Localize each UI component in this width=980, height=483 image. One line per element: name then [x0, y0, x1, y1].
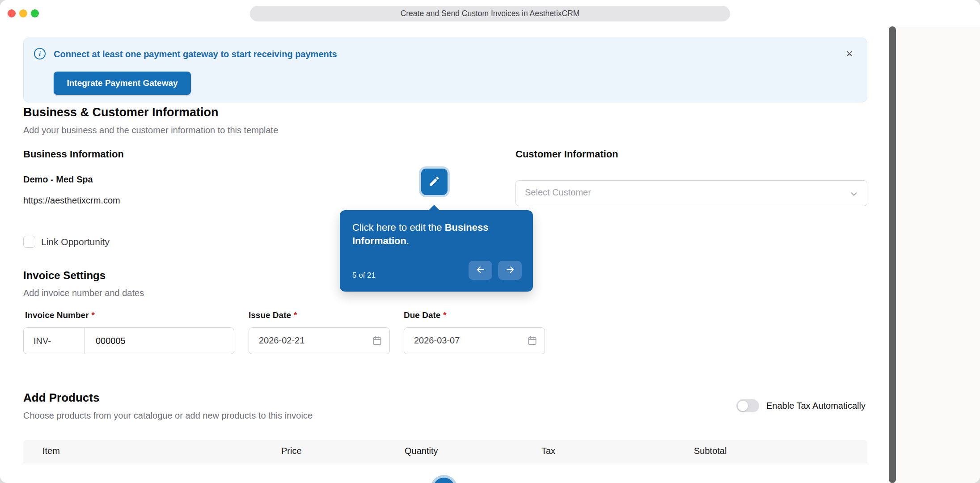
tooltip-step-counter: 5 of 21 [352, 271, 376, 280]
section-title-add-products: Add Products [23, 391, 99, 405]
toggle-knob [738, 401, 748, 411]
invoice-number-input[interactable]: 000005 [85, 328, 234, 354]
chevron-down-icon [849, 189, 859, 201]
issue-date-label: Issue Date* [249, 310, 297, 320]
column-header-tax: Tax [541, 446, 555, 456]
business-website: https://aesthetixcrm.com [23, 195, 120, 206]
invoice-number-label: Invoice Number* [25, 310, 95, 320]
onboarding-tooltip: Click here to edit the Business Informat… [340, 210, 533, 292]
right-gutter [897, 27, 980, 483]
link-opportunity-checkbox[interactable] [23, 236, 35, 248]
column-header-subtotal: Subtotal [694, 446, 727, 456]
business-name: Demo - Med Spa [23, 174, 93, 185]
tooltip-beacon [433, 478, 455, 483]
section-subtitle-add-products: Choose products from your catalogue or a… [23, 411, 313, 421]
close-icon [845, 49, 854, 60]
window-title: Create and Send Custom Invoices in Aesth… [250, 6, 730, 21]
customer-information-heading: Customer Information [515, 148, 618, 160]
business-information-heading: Business Information [23, 148, 124, 160]
calendar-icon[interactable] [527, 335, 537, 347]
due-date-label: Due Date* [404, 310, 447, 320]
select-customer-placeholder: Select Customer [525, 187, 591, 198]
titlebar: Create and Send Custom Invoices in Aesth… [0, 0, 980, 27]
arrow-left-icon [475, 264, 486, 276]
calendar-icon[interactable] [372, 335, 382, 347]
required-marker: * [92, 310, 95, 320]
required-marker: * [443, 310, 446, 320]
column-header-item: Item [42, 446, 60, 456]
section-title-business-customer: Business & Customer Information [23, 106, 219, 119]
link-opportunity-label: Link Opportunity [41, 237, 110, 247]
tooltip-prev-button[interactable] [469, 261, 492, 280]
minimize-window-button[interactable] [19, 9, 27, 17]
tooltip-text: Click here to edit the Business Informat… [352, 221, 523, 248]
invoice-number-field: INV- 000005 [23, 327, 234, 354]
section-subtitle-business-customer: Add your business and the customer infor… [23, 125, 278, 136]
issue-date-value: 2026-02-21 [259, 335, 304, 346]
due-date-input[interactable]: 2026-03-07 [404, 327, 545, 354]
enable-tax-label: Enable Tax Automatically [766, 401, 866, 411]
issue-date-input[interactable]: 2026-02-21 [249, 327, 390, 354]
invoice-number-prefix: INV- [24, 328, 85, 354]
close-window-button[interactable] [8, 9, 16, 17]
banner-message: Connect at least one payment gateway to … [54, 49, 337, 59]
enable-tax-toggle[interactable] [736, 399, 759, 412]
required-marker: * [294, 310, 297, 320]
integrate-payment-gateway-button[interactable]: Integrate Payment Gateway [54, 72, 191, 95]
products-table-header: Item Price Quantity Tax Subtotal [23, 440, 867, 462]
banner-close-button[interactable] [843, 47, 856, 61]
tooltip-next-button[interactable] [498, 261, 522, 280]
section-subtitle-invoice-settings: Add invoice number and dates [23, 288, 144, 298]
edit-business-info-button[interactable] [421, 169, 448, 195]
due-date-value: 2026-03-07 [414, 335, 460, 346]
column-header-price: Price [281, 446, 302, 456]
pencil-icon [428, 175, 440, 189]
payment-gateway-banner: i Connect at least one payment gateway t… [23, 38, 867, 102]
info-icon: i [34, 48, 46, 59]
zoom-window-button[interactable] [31, 9, 39, 17]
column-header-quantity: Quantity [405, 446, 438, 456]
section-title-invoice-settings: Invoice Settings [23, 269, 106, 282]
select-customer-dropdown[interactable]: Select Customer [515, 180, 867, 206]
app-window: Create and Send Custom Invoices in Aesth… [0, 0, 980, 483]
vertical-scrollbar[interactable] [889, 26, 896, 483]
arrow-right-icon [505, 264, 515, 276]
